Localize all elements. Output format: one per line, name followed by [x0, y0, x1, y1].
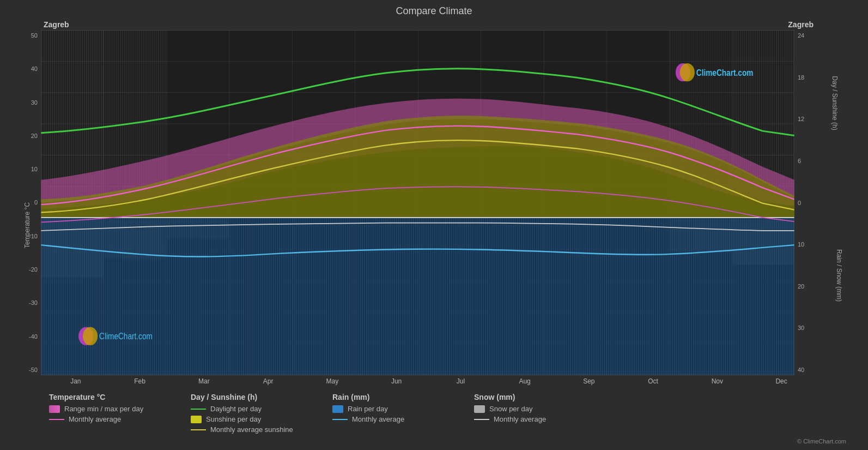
y-tick-right-30: 30: [798, 325, 804, 331]
y-tick-right-40: 40: [798, 367, 804, 373]
legend-sunshine-day: Sunshine per day: [191, 415, 311, 423]
month-dec: Dec: [749, 377, 814, 385]
legend-temp-monthly: Monthly average: [49, 415, 169, 423]
legend-temperature: Temperature °C Range min / max per day M…: [49, 393, 169, 436]
svg-text:ClimeChart.com: ClimeChart.com: [99, 331, 153, 341]
legend-snow: Snow (mm) Snow per day Monthly average: [474, 393, 594, 436]
legend-temperature-title: Temperature °C: [49, 393, 169, 401]
y-tick-left-0: 0: [34, 199, 38, 206]
month-apr: Apr: [236, 377, 300, 385]
y-tick-right-24: 24: [798, 32, 804, 39]
chart-title: Compare Climate: [11, 5, 857, 17]
legend-sunshine-monthly: Monthly average sunshine: [191, 425, 311, 434]
month-may: May: [300, 377, 365, 385]
month-jul: Jul: [429, 377, 493, 385]
y-tick-left--50: -50: [29, 367, 38, 373]
month-aug: Aug: [493, 377, 557, 385]
svg-point-42: [680, 63, 695, 81]
y-axis-right-top-label: Day / Sunshine (h): [830, 76, 838, 130]
month-jun: Jun: [365, 377, 429, 385]
copyright: © ClimeChart.com: [11, 438, 857, 445]
month-mar: Mar: [172, 377, 236, 385]
legend-snow-monthly-label: Monthly average: [494, 415, 546, 423]
month-jan: Jan: [44, 377, 108, 385]
legend-rain-monthly: Monthly average: [332, 415, 452, 423]
y-axis-left-label: Temperature °C: [23, 202, 31, 248]
y-tick-right-10: 10: [798, 241, 804, 248]
city-label-right: Zagreb: [788, 20, 814, 30]
legend-snow-day: Snow per day: [474, 405, 594, 413]
y-tick-left-30: 30: [31, 99, 38, 106]
legend-snow-per-day-label: Snow per day: [489, 405, 533, 413]
legend-rain-title: Rain (mm): [332, 393, 452, 401]
legend-snow-monthly: Monthly average: [474, 415, 594, 423]
y-axis-right-bottom-label: Rain / Snow (mm): [835, 249, 843, 302]
main-chart: ClimeChart.com ClimeChart.com: [41, 30, 794, 375]
legend-temp-range: Range min / max per day: [49, 405, 169, 413]
svg-point-39: [83, 327, 98, 345]
y-tick-left--30: -30: [29, 299, 38, 306]
y-tick-left--20: -20: [29, 266, 38, 273]
month-sep: Sep: [557, 377, 621, 385]
y-tick-left-50: 50: [31, 32, 38, 39]
legend-sunshine-title: Day / Sunshine (h): [191, 393, 311, 401]
y-tick-left-10: 10: [31, 166, 38, 172]
y-tick-left-40: 40: [31, 65, 38, 72]
legend-sunshine: Day / Sunshine (h) Daylight per day Suns…: [191, 393, 311, 436]
legend-daylight: Daylight per day: [191, 405, 311, 413]
legend-snow-title: Snow (mm): [474, 393, 594, 401]
y-tick-right-6: 6: [798, 158, 801, 164]
y-tick-right-0: 0: [798, 200, 801, 206]
legend-rain: Rain (mm) Rain per day Monthly average: [332, 393, 452, 436]
y-tick-left-20: 20: [31, 133, 38, 139]
svg-text:ClimeChart.com: ClimeChart.com: [696, 67, 754, 77]
city-label-left: Zagreb: [44, 20, 69, 30]
y-tick-right-18: 18: [798, 74, 804, 81]
month-oct: Oct: [621, 377, 685, 385]
y-tick-left--40: -40: [29, 333, 38, 340]
month-feb: Feb: [108, 377, 172, 385]
y-tick-right-20: 20: [798, 283, 804, 290]
month-nov: Nov: [685, 377, 750, 385]
y-tick-right-12: 12: [798, 116, 804, 122]
legend-rain-day: Rain per day: [332, 405, 452, 413]
svg-rect-32: [41, 218, 794, 375]
